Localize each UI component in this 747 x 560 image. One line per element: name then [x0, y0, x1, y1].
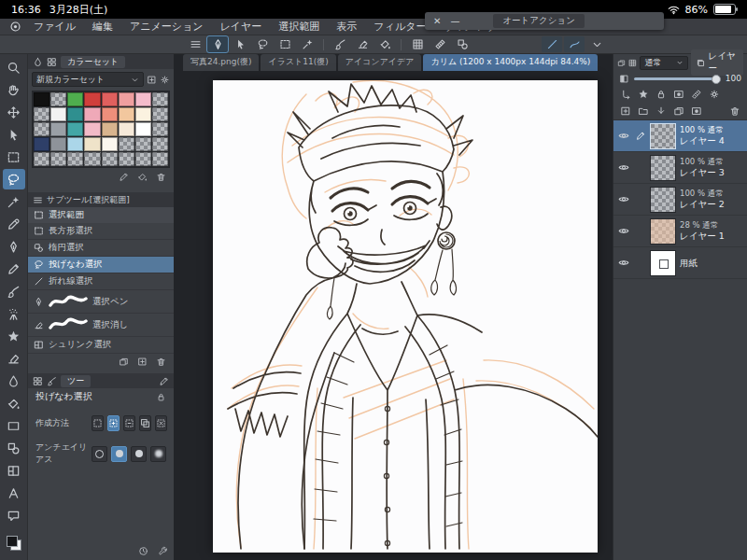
new-layer-icon[interactable]	[620, 105, 631, 117]
lasso-tool[interactable]	[3, 169, 25, 189]
antialias-none[interactable]	[92, 446, 107, 462]
subtool-selection-pen[interactable]: 選択ペン	[28, 290, 174, 314]
color-swatch[interactable]	[152, 122, 168, 136]
fill-icon[interactable]	[374, 36, 395, 52]
figure-tool[interactable]	[3, 438, 25, 458]
clip-to-layer-icon[interactable]	[620, 89, 631, 100]
blend-mode-dropdown[interactable]: 通常	[640, 56, 687, 70]
layer-mask-icon[interactable]	[691, 105, 702, 117]
menu-selection[interactable]: 選択範囲	[270, 20, 328, 34]
color-swatch[interactable]	[67, 92, 83, 106]
replace-swatch-icon[interactable]	[137, 172, 148, 182]
layer-visibility-icon[interactable]	[616, 161, 631, 174]
canvas[interactable]	[213, 80, 598, 553]
layer-row[interactable]: 100 % 通常レイヤー 4	[613, 120, 747, 152]
ruler-icon[interactable]	[691, 89, 702, 100]
color-set-settings-icon[interactable]	[160, 75, 170, 85]
color-swatch[interactable]	[34, 137, 49, 151]
color-swatch[interactable]	[84, 107, 100, 121]
current-tool-icon[interactable]	[207, 36, 228, 52]
exclude-selection-mode[interactable]	[155, 415, 167, 431]
ruler-icon[interactable]	[430, 36, 450, 52]
color-swatch[interactable]	[50, 137, 66, 151]
eraser-tool[interactable]	[3, 348, 25, 369]
subtool-selection-eraser[interactable]: 選択消し	[28, 314, 174, 337]
color-swatch[interactable]	[34, 107, 49, 121]
layer-thumbnail[interactable]	[650, 187, 676, 213]
color-swatch[interactable]	[34, 122, 49, 136]
lock-transparency-icon[interactable]	[673, 89, 684, 100]
sub-tool-group[interactable]: 選択範囲	[28, 207, 174, 223]
snap-curve-icon[interactable]	[564, 36, 585, 52]
color-swatch[interactable]	[152, 152, 168, 166]
color-swatch[interactable]	[67, 107, 83, 121]
property-tab-icon[interactable]	[33, 376, 43, 386]
chevron-down-icon[interactable]	[586, 36, 607, 52]
brush-size-tab-icon[interactable]	[47, 376, 57, 386]
new-subtool-icon[interactable]	[137, 357, 148, 367]
history-icon[interactable]	[138, 546, 148, 556]
color-swatch[interactable]	[152, 137, 168, 151]
new-selection-mode[interactable]	[92, 415, 104, 431]
layer-row[interactable]: 用紙	[613, 247, 747, 279]
color-set-dropdown[interactable]: 新規カラーセット	[32, 72, 144, 87]
fill-tool[interactable]	[3, 393, 25, 413]
layer-thumbnail[interactable]	[650, 250, 676, 276]
new-folder-icon[interactable]	[638, 105, 649, 117]
blend-tool[interactable]	[3, 371, 25, 391]
color-swatch[interactable]	[102, 122, 118, 136]
color-swatch[interactable]	[119, 122, 134, 136]
auto-select-icon[interactable]	[297, 36, 317, 52]
layer-settings-icon[interactable]	[709, 89, 720, 100]
color-swatch[interactable]	[135, 92, 151, 106]
color-swatch[interactable]	[67, 137, 83, 151]
grid-icon[interactable]	[407, 36, 428, 52]
layer-row[interactable]: 28 % 通常レイヤー 1	[613, 216, 747, 247]
color-swatch[interactable]	[84, 152, 100, 166]
color-swatch[interactable]	[152, 107, 168, 121]
delete-layer-icon[interactable]	[729, 105, 740, 117]
document-tab[interactable]: アイコンアイデア	[338, 54, 422, 71]
color-slider-icon[interactable]	[47, 57, 57, 67]
delete-subtool-icon[interactable]	[156, 357, 166, 367]
brush-tool[interactable]	[3, 281, 25, 301]
subtool-shrink-select[interactable]: シュリンク選択	[28, 337, 174, 354]
antialias-middle[interactable]	[131, 446, 147, 462]
clip-studio-logo[interactable]	[9, 21, 21, 33]
frame-border-tool[interactable]	[3, 460, 25, 481]
color-swatch[interactable]	[135, 122, 151, 136]
layer-row[interactable]: 100 % 通常レイヤー 2	[613, 184, 747, 216]
color-swatch[interactable]	[50, 152, 66, 166]
color-swatch[interactable]	[67, 122, 83, 136]
menu-animation[interactable]: アニメーション	[121, 20, 212, 34]
document-tab[interactable]: イラスト11(復)	[261, 54, 335, 71]
lock-layer-icon[interactable]	[655, 89, 667, 100]
color-swatch[interactable]	[67, 152, 83, 166]
tab-color-set[interactable]: カラーセット	[61, 56, 125, 68]
auto-select-tool[interactable]	[3, 191, 25, 212]
layer-visibility-icon[interactable]	[616, 257, 631, 269]
color-swatch[interactable]	[119, 152, 134, 166]
subtool-polyline-select[interactable]: 折れ線選択	[28, 273, 174, 290]
delete-swatch-icon[interactable]	[156, 172, 166, 182]
marquee-icon[interactable]	[275, 36, 295, 52]
transfer-layer-icon[interactable]	[655, 105, 667, 117]
add-color-set-icon[interactable]	[147, 75, 157, 85]
document-tab[interactable]: 写真24.png(復)	[183, 54, 259, 71]
text-tool[interactable]	[3, 483, 25, 503]
color-swatch[interactable]	[50, 107, 66, 121]
color-swatch[interactable]	[34, 92, 49, 106]
eraser-icon[interactable]	[352, 36, 373, 52]
main-sub-color-chips[interactable]	[7, 536, 21, 551]
snap-line-icon[interactable]	[542, 36, 562, 52]
color-swatch[interactable]	[102, 92, 118, 106]
panel-window-icon[interactable]	[617, 58, 626, 68]
color-swatch[interactable]	[84, 92, 100, 106]
color-swatch[interactable]	[135, 107, 151, 121]
antialias-weak[interactable]	[111, 446, 127, 462]
color-swatch[interactable]	[102, 137, 118, 151]
color-swatch[interactable]	[84, 137, 100, 151]
minimize-icon[interactable]: —	[450, 16, 459, 26]
color-swatch[interactable]	[50, 122, 66, 136]
zoom-tool[interactable]	[3, 57, 25, 77]
